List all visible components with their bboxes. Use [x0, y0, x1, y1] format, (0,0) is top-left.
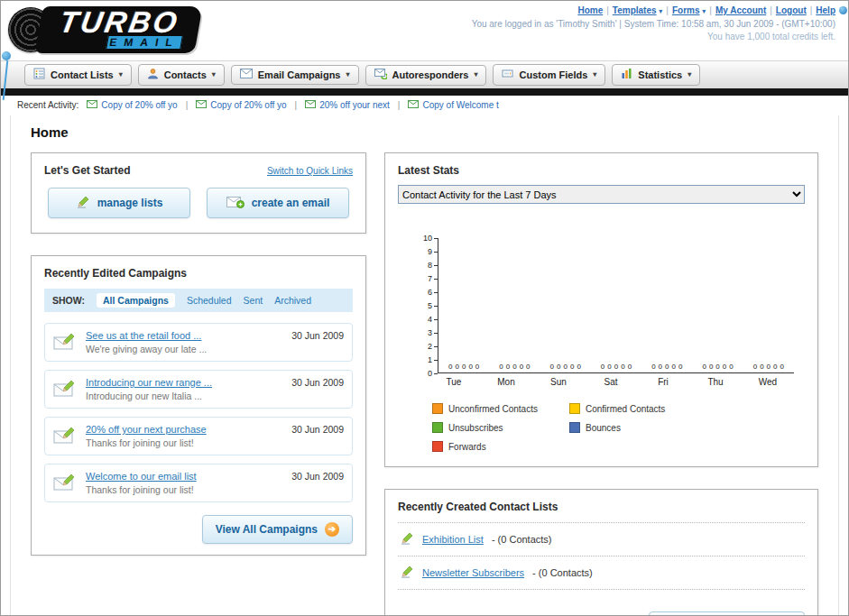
email-icon: [408, 100, 419, 110]
filter-all-campaigns[interactable]: All Campaigns: [97, 293, 175, 308]
recent-activity-item: Copy of Welcome t: [408, 100, 498, 110]
recent-activity-item: Copy of 20% off yo: [196, 100, 286, 110]
tab-label: Statistics: [638, 69, 682, 80]
get-started-title: Let's Get Started: [44, 164, 131, 177]
campaign-link[interactable]: 20% off your next purchase: [86, 424, 207, 435]
nav-separator: |: [606, 5, 609, 15]
pencil-icon: [400, 531, 414, 547]
recent-activity-link[interactable]: 20% off your next: [319, 100, 390, 110]
tab-autoresponders[interactable]: Autoresponders ▾: [365, 65, 487, 86]
filter-archived[interactable]: Archived: [274, 295, 311, 306]
chart-bar-group: 00000: [591, 363, 641, 372]
chevron-down-icon: ▾: [702, 7, 706, 15]
nav-divider-bar: [1, 88, 848, 96]
tab-contacts[interactable]: Contacts ▾: [138, 64, 225, 86]
tab-email-campaigns[interactable]: Email Campaigns ▾: [231, 65, 359, 85]
tab-label: Email Campaigns: [258, 69, 341, 80]
email-icon: [87, 100, 97, 110]
activity-separator: |: [295, 100, 298, 110]
bar-value-label: 0: [570, 363, 574, 371]
tab-label: Autoresponders: [392, 69, 469, 80]
bar-value-label: 0: [563, 363, 567, 371]
recent-activity-link[interactable]: Copy of Welcome t: [422, 100, 498, 110]
recent-activity-link[interactable]: Copy of 20% off yo: [210, 100, 286, 110]
tab-label: Contact Lists: [51, 69, 114, 80]
chevron-down-icon: ▾: [659, 7, 662, 15]
stats-period-select[interactable]: Contact Activity for the Last 7 Days: [398, 185, 805, 204]
main-content: Home Let's Get Started Switch to Quick L…: [10, 115, 839, 616]
nav-separator: |: [770, 5, 772, 15]
campaign-date: 30 Jun 2009: [291, 471, 344, 482]
bar-value-label: 0: [475, 363, 479, 371]
chevron-down-icon: ▾: [593, 70, 596, 78]
tab-label: Custom Fields: [519, 69, 587, 80]
campaign-link[interactable]: See us at the retail food ...: [86, 330, 207, 341]
nav-link-templates[interactable]: Templates: [613, 5, 657, 15]
bar-value-label: 0: [621, 363, 624, 371]
get-started-panel: Let's Get Started Switch to Quick Links …: [31, 152, 366, 234]
custom-fields-icon: [502, 68, 513, 81]
campaign-date: 30 Jun 2009: [291, 377, 344, 388]
bar-value-label: 0: [678, 363, 682, 371]
legend-label: Unsubscribes: [448, 423, 503, 433]
bar-value-label: 0: [468, 363, 472, 371]
x-axis-label: Mon: [480, 377, 532, 387]
nav-separator: |: [709, 5, 712, 15]
nav-link-logout[interactable]: Logout: [776, 5, 807, 15]
edit-campaign-icon: [53, 473, 77, 494]
nav-link-home[interactable]: Home: [577, 5, 603, 15]
email-icon: [196, 100, 207, 110]
nav-link-help[interactable]: Help: [816, 5, 835, 15]
pencil-icon: [400, 565, 414, 581]
edit-campaign-icon: [53, 379, 77, 400]
contact-list-link[interactable]: Newsletter Subscribers: [422, 567, 524, 578]
chevron-down-icon: ▾: [688, 70, 691, 78]
legend-swatch: [432, 441, 443, 452]
bar-value-label: 0: [526, 363, 530, 371]
nav-separator: |: [666, 5, 669, 15]
bar-value-label: 0: [715, 363, 719, 371]
contact-list-link[interactable]: Exhibition List: [422, 534, 484, 545]
bar-value-label: 0: [773, 363, 777, 371]
recent-activity-link[interactable]: Copy of 20% off yo: [101, 100, 177, 110]
header: TURBO EMAIL Home|Templates ▾|Forms ▾|My …: [1, 1, 848, 60]
view-all-campaigns-button[interactable]: View All Campaigns ➔: [202, 515, 353, 544]
create-email-button[interactable]: create an email: [207, 188, 349, 218]
bar-value-label: 0: [614, 363, 618, 371]
recent-campaigns-panel: Recently Edited Campaigns SHOW: All Camp…: [31, 255, 366, 556]
app-logo: TURBO EMAIL: [8, 5, 252, 57]
tab-statistics[interactable]: Statistics ▾: [612, 64, 700, 86]
bar-value-label: 0: [577, 363, 580, 371]
manage-lists-button[interactable]: manage lists: [48, 188, 190, 218]
chart-x-labels: TueMonSunSatFriThuWed: [428, 377, 794, 387]
chart-legend: Unconfirmed ContactsConfirmed ContactsUn…: [432, 403, 805, 452]
tab-custom-fields[interactable]: Custom Fields ▾: [493, 64, 605, 86]
campaign-link[interactable]: Introducing our new range ...: [86, 377, 212, 388]
chart-y-axis: 109876543210: [423, 238, 438, 373]
legend-swatch: [569, 403, 580, 414]
legend-item: Forwards: [432, 441, 569, 452]
bar-value-label: 0: [760, 363, 763, 371]
edit-campaign-icon: [53, 426, 77, 447]
campaign-link[interactable]: Welcome to our email list: [86, 471, 197, 482]
see-all-contact-lists-button[interactable]: See All Contact Lists ➔: [649, 611, 805, 616]
activity-separator: |: [186, 100, 189, 110]
bar-value-label: 0: [448, 363, 452, 371]
contacts-icon: [147, 68, 159, 81]
filter-scheduled[interactable]: Scheduled: [187, 295, 232, 306]
legend-item: Bounces: [569, 422, 706, 433]
recent-contact-lists-title: Recently Created Contact Lists: [398, 501, 805, 513]
tab-contact-lists[interactable]: Contact Lists ▾: [24, 64, 132, 86]
left-dot-decoration: [2, 51, 11, 60]
logo-subtitle: EMAIL: [106, 35, 183, 50]
nav-link-my-account[interactable]: My Account: [715, 5, 766, 15]
app-window: TURBO EMAIL Home|Templates ▾|Forms ▾|My …: [0, 0, 849, 616]
bar-value-label: 0: [729, 363, 733, 371]
edit-campaign-icon: [53, 332, 77, 354]
legend-label: Bounces: [586, 423, 621, 433]
filter-sent[interactable]: Sent: [244, 295, 263, 306]
switch-quick-links-link[interactable]: Switch to Quick Links: [267, 166, 353, 176]
bar-value-label: 0: [499, 363, 503, 371]
x-axis-label: Wed: [742, 377, 794, 387]
nav-link-forms[interactable]: Forms: [672, 5, 700, 15]
